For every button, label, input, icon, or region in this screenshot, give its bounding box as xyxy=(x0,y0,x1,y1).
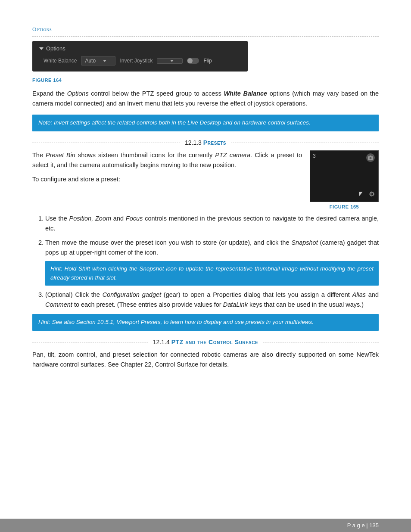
section-1214-title: PTZ and the Control Surface xyxy=(171,339,258,345)
figure-165-camera-icon xyxy=(366,153,375,162)
body-paragraph-1: Expand the Options control below the PTZ… xyxy=(32,89,379,109)
note-box-1: Note: Invert settings affect the related… xyxy=(32,115,379,131)
list-item-1: Use the Position, Zoom and Focus control… xyxy=(45,214,379,233)
step1-pre: Use the xyxy=(45,215,69,222)
list-item-3: (Optional) Click the Configuration gadge… xyxy=(45,290,379,310)
presets-intro-section: The Preset Bin shows sixteen thumbnail i… xyxy=(32,150,379,209)
panel-header-label: Options xyxy=(46,45,65,52)
white-balance-dropdown[interactable]: Auto xyxy=(81,56,115,65)
step2-italic1: Snapshot xyxy=(291,239,318,246)
section-1214-heading: 12.1.4 PTZ and the Control Surface xyxy=(32,339,379,345)
step1-italic1: Position, Zoom xyxy=(69,215,111,222)
section-1213-title: Presets xyxy=(203,139,226,146)
page-footer: P a g e | 135 xyxy=(0,519,411,532)
steps-list: Use the Position, Zoom and Focus control… xyxy=(45,214,379,310)
gear-icon: ⚙ xyxy=(369,190,375,198)
step3-italic4: DataLink xyxy=(223,301,248,308)
step3-italic3: Comment xyxy=(45,301,72,308)
presets-intro-text-block: The Preset Bin shows sixteen thumbnail i… xyxy=(32,150,302,189)
flip-label: Flip xyxy=(203,58,212,64)
presets-pre: The xyxy=(32,152,46,159)
figure-165-badge: 3 xyxy=(313,153,316,159)
step3-pre: (Optional) Click the xyxy=(45,291,103,298)
step3-italic2: Alias xyxy=(352,291,366,298)
figure-165-bottom-icons: ⚙ xyxy=(359,190,375,198)
options-section-label: Options xyxy=(32,26,379,33)
step3-italic1: Configuration gadget xyxy=(103,291,161,298)
step2-pre: Then move the mouse over the preset icon… xyxy=(45,239,291,246)
step3-post2: keys that can be used in the usual ways.… xyxy=(248,301,364,308)
presets-intro-paragraph: The Preset Bin shows sixteen thumbnail i… xyxy=(32,150,302,170)
svg-rect-2 xyxy=(370,156,371,156)
section-1213-heading: 12.1.3 Presets xyxy=(32,139,379,146)
cursor-icon xyxy=(359,192,363,196)
body-text-wb-bold: White Balance xyxy=(224,90,267,97)
page-number: P a g e | 135 xyxy=(347,522,379,529)
section-1213-text: 12.1.3 Presets xyxy=(180,139,231,146)
hint-box-bottom: Hint: See also Section 10.5.1, Viewport … xyxy=(32,314,379,330)
ptz-camera-italic: PTZ camera xyxy=(215,152,250,159)
invert-joystick-label: Invert Joystick xyxy=(120,58,153,64)
options-panel-row: White Balance Auto Invert Joystick Flip xyxy=(39,56,241,65)
step3-mid2: and xyxy=(366,291,379,298)
body-text-1-mid: control below the PTZ speed group to acc… xyxy=(89,90,224,97)
hint-box-2: Hint: Hold Shift when clicking the Snaps… xyxy=(45,261,379,286)
body-text-1-pre: Expand the xyxy=(32,90,67,97)
white-balance-label: White Balance xyxy=(44,58,77,64)
list-item-2: Then move the mouse over the preset icon… xyxy=(45,238,379,286)
options-ui-panel: Options White Balance Auto Invert Joysti… xyxy=(32,41,248,72)
body-text-options-italic: Options xyxy=(67,90,89,97)
step1-mid: and xyxy=(111,215,126,222)
step1-italic2: Focus xyxy=(126,215,143,222)
figure-164-caption: FIGURE 164 xyxy=(32,78,379,83)
figure-165-image: 3 ⚙ xyxy=(310,150,379,202)
panel-collapse-icon[interactable] xyxy=(39,47,44,50)
figure-165-container: 3 ⚙ FIGURE 165 xyxy=(310,150,379,209)
invert-joystick-dropdown[interactable] xyxy=(157,58,183,64)
white-balance-value: Auto xyxy=(85,58,96,64)
svg-point-1 xyxy=(370,157,372,159)
options-panel-header: Options xyxy=(39,45,241,52)
section-1214-text: 12.1.4 PTZ and the Control Surface xyxy=(148,339,263,345)
preset-bin-italic: Preset Bin xyxy=(46,152,75,159)
body-final-paragraph: Pan, tilt, zoom control, and preset sele… xyxy=(32,350,379,370)
white-balance-dropdown-arrow xyxy=(103,60,106,62)
configure-text: To configure and store a preset: xyxy=(32,174,302,184)
section-1214-num: 12.1.4 xyxy=(153,339,171,345)
step3-post1: to each preset. (These entries also prov… xyxy=(72,301,223,308)
invert-joystick-dropdown-arrow xyxy=(170,60,174,62)
figure-165-label: FIGURE 165 xyxy=(330,204,359,209)
section-1213-num: 12.1.3 xyxy=(185,139,203,146)
options-divider xyxy=(32,36,379,37)
step3-mid1: (gear) to open a Properties dialog that … xyxy=(161,291,352,298)
presets-mid: shows sixteen thumbnail icons for the cu… xyxy=(75,152,215,159)
flip-toggle[interactable] xyxy=(187,58,199,64)
